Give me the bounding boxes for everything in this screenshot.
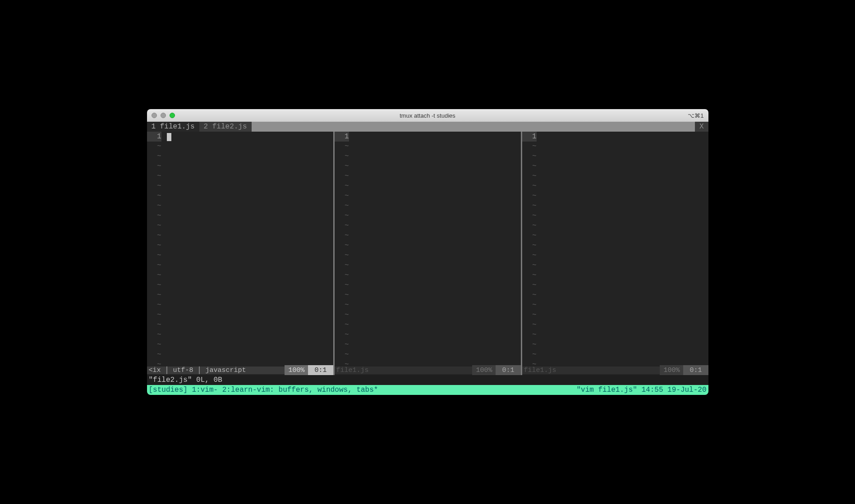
tab-file1[interactable]: 1 file1.js: [147, 122, 199, 132]
tabline-close[interactable]: X: [695, 122, 708, 132]
tilde-column: ~~~~~~~~~~~~~~~~~~~~~~~: [147, 142, 161, 365]
statusline-position: 0:1: [683, 365, 708, 375]
line-number: 1: [522, 132, 537, 142]
statusline-position: 0:1: [496, 365, 520, 375]
cursor: [167, 133, 171, 141]
statusline-position: 0:1: [308, 365, 333, 375]
line-gutter: 1 ~~~~~~~~~~~~~~~~~~~~~~~: [335, 132, 353, 365]
minimize-button[interactable]: [161, 113, 166, 118]
tab-label: file1.js: [160, 123, 195, 131]
line-gutter: 1 ~~~~~~~~~~~~~~~~~~~~~~~: [147, 132, 165, 365]
editor-content[interactable]: 1 ~~~~~~~~~~~~~~~~~~~~~~~: [335, 132, 521, 365]
statusline-percent: 100%: [472, 365, 496, 375]
tab-index: 2: [204, 123, 208, 131]
buffer-area[interactable]: [540, 132, 708, 365]
tabline-fill: [252, 122, 695, 132]
maximize-button[interactable]: [170, 113, 175, 118]
vim-commandline[interactable]: "file2.js" 0L, 0B: [147, 375, 708, 385]
tmux-status-left: [studies] 1:vim- 2:learn-vim: buffers, w…: [149, 386, 577, 394]
tilde-column: ~~~~~~~~~~~~~~~~~~~~~~~: [522, 142, 537, 365]
split-pane-1[interactable]: 1 ~~~~~~~~~~~~~~~~~~~~~~~ <ix │ utf-8 │ …: [147, 132, 333, 375]
vim-splits: 1 ~~~~~~~~~~~~~~~~~~~~~~~ <ix │ utf-8 │ …: [147, 132, 708, 375]
tab-index: 1: [152, 123, 156, 131]
statusline-left: file1.js: [522, 367, 660, 374]
terminal-window: tmux attach -t studies ⌥⌘1 1 file1.js 2 …: [147, 109, 708, 395]
statusline-left: file1.js: [335, 367, 473, 374]
line-number: 1: [335, 132, 349, 142]
window-shortcut: ⌥⌘1: [688, 112, 703, 119]
statusline: file1.js 100% 0:1: [522, 365, 708, 375]
statusline-percent: 100%: [660, 365, 683, 375]
traffic-lights: [152, 113, 175, 118]
tmux-statusline: [studies] 1:vim- 2:learn-vim: buffers, w…: [147, 385, 708, 395]
split-pane-3[interactable]: 1 ~~~~~~~~~~~~~~~~~~~~~~~ file1.js 100% …: [521, 132, 708, 375]
editor-content[interactable]: 1 ~~~~~~~~~~~~~~~~~~~~~~~: [522, 132, 708, 365]
close-button[interactable]: [152, 113, 157, 118]
statusline-left: <ix │ utf-8 │ javascript: [147, 367, 285, 374]
window-title: tmux attach -t studies: [400, 112, 455, 119]
line-number: 1: [147, 132, 161, 142]
titlebar[interactable]: tmux attach -t studies ⌥⌘1: [147, 109, 708, 122]
tmux-status-right: "vim file1.js" 14:55 19-Jul-20: [576, 386, 706, 394]
split-pane-2[interactable]: 1 ~~~~~~~~~~~~~~~~~~~~~~~ file1.js 100% …: [333, 132, 521, 375]
line-gutter: 1 ~~~~~~~~~~~~~~~~~~~~~~~: [522, 132, 540, 365]
statusline-percent: 100%: [285, 365, 308, 375]
tab-file2[interactable]: 2 file2.js: [199, 122, 252, 132]
tab-label: file2.js: [212, 123, 247, 131]
statusline: file1.js 100% 0:1: [335, 365, 521, 375]
buffer-area[interactable]: [353, 132, 521, 365]
tilde-column: ~~~~~~~~~~~~~~~~~~~~~~~: [335, 142, 349, 365]
buffer-area[interactable]: [165, 132, 333, 365]
vim-tabline: 1 file1.js 2 file2.js X: [147, 122, 708, 132]
editor-content[interactable]: 1 ~~~~~~~~~~~~~~~~~~~~~~~: [147, 132, 333, 365]
statusline: <ix │ utf-8 │ javascript 100% 0:1: [147, 365, 333, 375]
